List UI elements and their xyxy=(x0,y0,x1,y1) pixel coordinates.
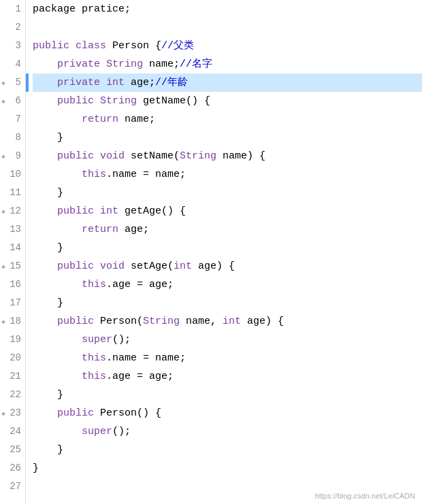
token: String xyxy=(180,147,223,165)
line-number-13: 13 xyxy=(0,220,25,239)
line-number-11: 11 xyxy=(0,184,25,202)
token: setAge( xyxy=(131,257,174,275)
token: getName() { xyxy=(143,92,210,110)
line-number-22: 22 xyxy=(0,386,25,404)
line-number-5: 5 xyxy=(0,73,25,92)
token: String xyxy=(143,312,186,331)
code-line-19: super(); xyxy=(33,331,422,349)
token xyxy=(33,73,57,92)
token: .name = name; xyxy=(106,165,186,184)
token: age; xyxy=(131,73,155,92)
line-number-7: 7 xyxy=(0,110,25,129)
token: name; xyxy=(149,55,180,73)
token: } xyxy=(33,184,63,202)
line-number-9: 9 xyxy=(0,147,25,165)
line-number-12: 12 xyxy=(0,202,25,220)
token: } xyxy=(33,459,39,477)
line-number-19: 19 xyxy=(0,331,25,349)
token: int xyxy=(174,257,198,275)
token: void xyxy=(100,147,131,165)
code-line-18: public Person(String name, int age) { xyxy=(33,312,422,331)
code-line-24: super(); xyxy=(33,422,422,441)
token xyxy=(33,110,82,129)
token: age; xyxy=(125,220,149,239)
token: name; xyxy=(125,110,155,129)
code-line-25: } xyxy=(33,441,422,459)
token: public xyxy=(57,202,100,220)
token: Person() { xyxy=(100,404,161,422)
token: int xyxy=(106,73,131,92)
token: .age = age; xyxy=(106,275,174,294)
token: String xyxy=(100,92,143,110)
token: int xyxy=(223,312,247,331)
line-number-10: 10 xyxy=(0,165,25,184)
line-number-1: 1 xyxy=(0,0,25,18)
code-line-26: } xyxy=(33,459,422,477)
token: name) { xyxy=(223,147,265,165)
token: public xyxy=(57,147,100,165)
code-line-12: public int getAge() { xyxy=(33,202,422,220)
line-number-4: 4 xyxy=(0,55,25,73)
token xyxy=(33,404,57,422)
token: } xyxy=(33,239,63,257)
token: age) { xyxy=(247,312,284,331)
token xyxy=(33,257,57,275)
code-line-16: this.age = age; xyxy=(33,275,422,294)
token: public xyxy=(57,404,100,422)
code-line-15: public void setAge(int age) { xyxy=(33,257,422,275)
line-number-20: 20 xyxy=(0,349,25,367)
token: age) { xyxy=(198,257,235,275)
token xyxy=(33,202,57,220)
token: int xyxy=(100,202,125,220)
token: public xyxy=(33,37,76,55)
token xyxy=(33,220,82,239)
code-line-11: } xyxy=(33,184,422,202)
token: package pratice; xyxy=(33,0,131,18)
line-number-23: 23 xyxy=(0,404,25,422)
token xyxy=(33,147,57,165)
token: this xyxy=(82,367,106,386)
token: //年龄 xyxy=(155,73,188,92)
code-line-7: return name; xyxy=(33,110,422,129)
token: //父类 xyxy=(161,37,194,55)
token: private xyxy=(57,73,106,92)
code-line-4: private String name;//名字 xyxy=(33,55,422,73)
line-number-8: 8 xyxy=(0,129,25,147)
code-line-5: private int age;//年龄 xyxy=(33,73,422,92)
token: String xyxy=(106,55,149,73)
token: class xyxy=(76,37,112,55)
line-number-3: 3 xyxy=(0,37,25,55)
code-line-2 xyxy=(33,18,422,37)
token: } xyxy=(33,441,63,459)
token: public xyxy=(57,257,100,275)
line-number-25: 25 xyxy=(0,441,25,459)
code-line-10: this.name = name; xyxy=(33,165,422,184)
token: return xyxy=(82,110,125,129)
line-number-21: 21 xyxy=(0,367,25,386)
token: super xyxy=(82,422,112,441)
line-number-15: 15 xyxy=(0,257,25,275)
token: void xyxy=(100,257,131,275)
code-line-3: public class Person {//父类 xyxy=(33,37,422,55)
code-line-9: public void setName(String name) { xyxy=(33,147,422,165)
token: this xyxy=(82,165,106,184)
line-number-16: 16 xyxy=(0,275,25,294)
token: .name = name; xyxy=(106,349,186,367)
code-line-14: } xyxy=(33,239,422,257)
token: setName( xyxy=(131,147,180,165)
token: (); xyxy=(112,331,131,349)
token: getAge() { xyxy=(125,202,186,220)
token xyxy=(33,422,82,441)
token: .age = age; xyxy=(106,367,174,386)
token: (); xyxy=(112,422,131,441)
highlight-indicator xyxy=(26,73,29,92)
token xyxy=(33,275,82,294)
code-line-22: } xyxy=(33,386,422,404)
code-line-13: return age; xyxy=(33,220,422,239)
token xyxy=(33,367,82,386)
token xyxy=(33,331,82,349)
token xyxy=(33,349,82,367)
line-number-2: 2 xyxy=(0,18,25,37)
token: private xyxy=(57,55,106,73)
token: } xyxy=(33,386,63,404)
